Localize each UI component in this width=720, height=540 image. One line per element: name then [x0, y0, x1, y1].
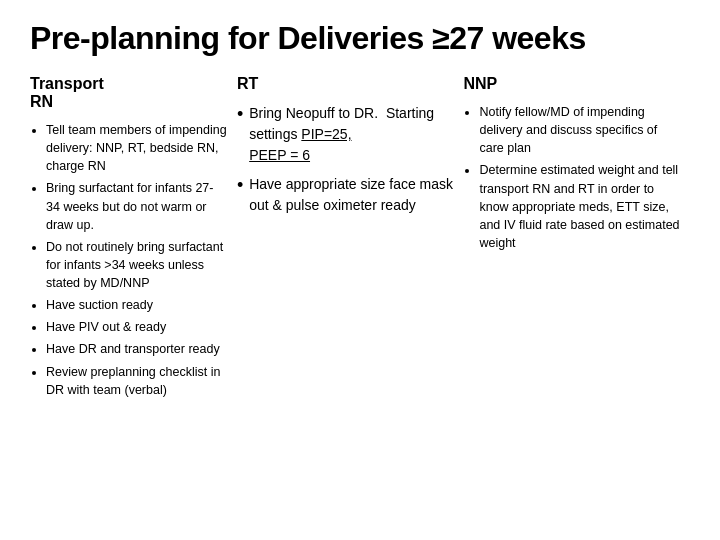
list-item: Have PIV out & ready — [46, 318, 227, 336]
col-transport-rn-header: Transport RN — [30, 75, 227, 111]
col-rt-header: RT — [237, 75, 454, 93]
list-item: Notify fellow/MD of impending delivery a… — [479, 103, 680, 157]
transport-rn-list: Tell team members of impending delivery:… — [30, 121, 227, 399]
col-rt: RT • Bring Neopuff to DR. Starting setti… — [237, 75, 464, 403]
rt-bullet-1: • Bring Neopuff to DR. Starting settings… — [237, 103, 454, 166]
rt-content: • Bring Neopuff to DR. Starting settings… — [237, 103, 454, 216]
main-columns: Transport RN Tell team members of impend… — [30, 75, 690, 403]
bullet-dot-2: • — [237, 174, 243, 197]
list-item: Bring surfactant for infants 27-34 weeks… — [46, 179, 227, 233]
list-item: Have DR and transporter ready — [46, 340, 227, 358]
rt-bullet-2: • Have appropriate size face mask out & … — [237, 174, 454, 216]
pip-text: PIP=25, — [301, 126, 351, 142]
page-title: Pre-planning for Deliveries ≥27 weeks — [30, 20, 690, 57]
list-item: Determine estimated weight and tell tran… — [479, 161, 680, 252]
col-transport-rn: Transport RN Tell team members of impend… — [30, 75, 237, 403]
rt-bullet-2-text: Have appropriate size face mask out & pu… — [249, 174, 453, 216]
list-item: Tell team members of impending delivery:… — [46, 121, 227, 175]
peep-text: PEEP = 6 — [249, 147, 310, 163]
list-item: Review preplanning checklist in DR with … — [46, 363, 227, 399]
list-item: Do not routinely bring surfactant for in… — [46, 238, 227, 292]
nnp-list: Notify fellow/MD of impending delivery a… — [463, 103, 680, 252]
bullet-dot: • — [237, 103, 243, 126]
rt-bullet-1-text: Bring Neopuff to DR. Starting settings P… — [249, 103, 453, 166]
col-nnp-header: NNP — [463, 75, 680, 93]
col-nnp: NNP Notify fellow/MD of impending delive… — [463, 75, 690, 403]
list-item: Have suction ready — [46, 296, 227, 314]
